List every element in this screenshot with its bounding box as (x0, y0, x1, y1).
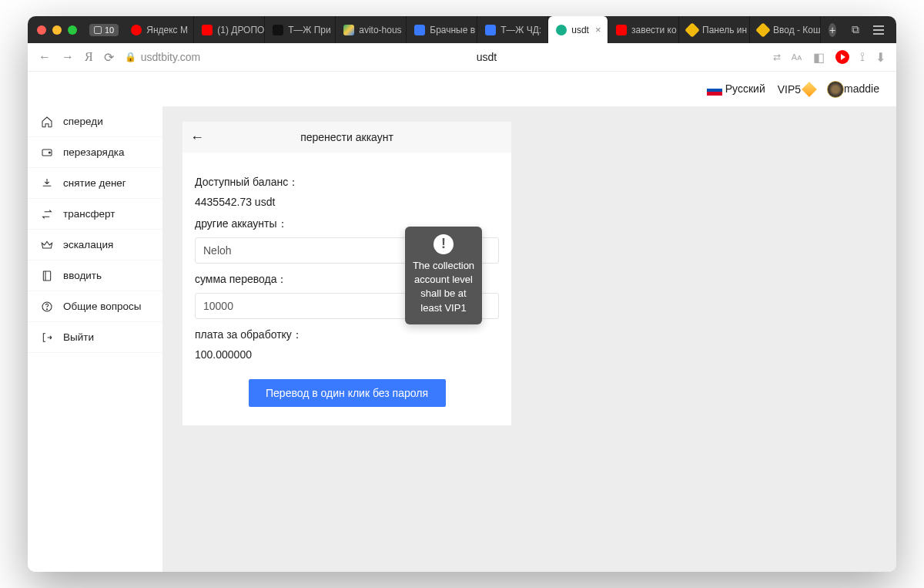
tab-count-value: 10 (105, 25, 114, 35)
tab-label: Т—Ж ЧД: (500, 25, 541, 35)
binance-icon (685, 22, 700, 38)
back-button[interactable]: ← (190, 129, 204, 146)
sidebar-item-logout[interactable]: Выйти (28, 322, 162, 353)
drive-icon (343, 25, 354, 35)
browser-tab-active[interactable]: usdt× (548, 16, 608, 43)
sidebar-item-label: снятие денег (63, 177, 126, 189)
url-field[interactable]: 🔒 usdtbity.com (125, 51, 201, 63)
pip-icon[interactable]: ⧉ (852, 23, 859, 36)
extension-icon[interactable]: ⟟ (860, 50, 865, 64)
card-header: ← перенести аккаунт (182, 122, 511, 153)
sidebar-item-label: Выйти (63, 331, 94, 343)
tab-label: usdt (571, 25, 589, 35)
browser-tab[interactable]: Яндекс М (123, 16, 194, 43)
browser-tab[interactable]: Панель ин (679, 16, 750, 43)
browser-tab[interactable]: avito-hous (336, 16, 407, 43)
page-title: usdt (211, 51, 762, 63)
tj-icon (273, 25, 283, 35)
close-window-button[interactable] (37, 25, 46, 35)
submit-transfer-button[interactable]: Перевод в один клик без пароля (249, 379, 446, 407)
language-selector[interactable]: Русский (707, 82, 765, 95)
video-play-icon[interactable] (835, 50, 849, 64)
content-area: ← перенести аккаунт Доступный баланс： 44… (162, 106, 896, 572)
username: maddie (844, 82, 879, 94)
tabbar-right-controls: ⧉ (844, 23, 892, 36)
tab-label: Панель ин (702, 25, 747, 35)
yandex-icon (131, 25, 142, 35)
reload-icon[interactable]: ⟳ (104, 50, 114, 65)
avatar (827, 81, 844, 98)
help-icon (40, 300, 54, 314)
sidebar-item-label: трансферт (63, 208, 115, 220)
forward-icon[interactable]: → (62, 50, 74, 64)
browser-tab[interactable]: (1) ДРОПО (194, 16, 265, 43)
tab-count-badge[interactable]: 10 (89, 24, 119, 36)
lock-icon: 🔒 (125, 52, 136, 62)
tab-label: завести ко (631, 25, 677, 35)
sidebar-item-transfer[interactable]: трансферт (28, 199, 162, 230)
site-header: Русский VIP5 maddie (28, 72, 896, 106)
sidebar-item-recharge[interactable]: перезарядка (28, 137, 162, 168)
maximize-window-button[interactable] (68, 25, 77, 35)
download-icon[interactable]: ⬇ (875, 50, 886, 65)
tab-label: avito-hous (359, 25, 401, 35)
fee-value: 100.000000 (195, 348, 499, 361)
diamond-icon (802, 82, 817, 97)
docs-icon (414, 25, 425, 35)
sidebar-item-label: спереди (63, 116, 103, 127)
svg-rect-2 (43, 271, 50, 281)
book-icon (40, 269, 54, 283)
vip-badge[interactable]: VIP5 (778, 83, 815, 96)
binance-icon (755, 22, 771, 38)
withdraw-icon (40, 176, 54, 190)
tab-label: Т—Ж При (288, 25, 330, 35)
close-tab-icon[interactable]: × (595, 24, 601, 35)
balance-value: 4435542.73 usdt (195, 196, 499, 208)
sidebar-item-label: перезарядка (63, 146, 125, 158)
browser-window: 10 Яндекс М (1) ДРОПО Т—Ж При avito-hous… (28, 16, 896, 572)
sidebar-item-faq[interactable]: Общие вопросы (28, 291, 162, 322)
sidebar-item-escalation[interactable]: эскалация (28, 230, 162, 260)
sidebar-item-home[interactable]: спереди (28, 106, 162, 137)
user-menu[interactable]: maddie (827, 81, 879, 98)
back-icon[interactable]: ← (38, 50, 51, 64)
crown-icon (40, 238, 54, 252)
card-title: перенести аккаунт (182, 131, 511, 143)
tab-label: (1) ДРОПО (217, 25, 264, 35)
sidebar-item-withdraw[interactable]: снятие денег (28, 168, 162, 199)
minimize-window-button[interactable] (52, 25, 62, 35)
browser-tabbar: 10 Яндекс М (1) ДРОПО Т—Ж При avito-hous… (28, 16, 896, 43)
browser-tab[interactable]: завести ко (608, 16, 679, 43)
transfer-icon (40, 207, 54, 221)
reader-icon[interactable]: Aᴀ (792, 52, 802, 62)
home-icon (40, 115, 54, 129)
vip-label: VIP5 (778, 83, 801, 96)
translate-icon[interactable]: ⇄ (773, 52, 781, 62)
toast-message: The collection account level shall be at… (411, 259, 476, 315)
sidebar-item-label: вводить (63, 270, 102, 281)
menu-icon[interactable] (873, 25, 884, 35)
youtube-icon (202, 25, 213, 35)
main-area: спереди перезарядка снятие денег трансфе… (28, 106, 896, 572)
browser-addressbar: ← → Я ⟳ 🔒 usdtbity.com usdt ⇄ Aᴀ ◧ ⟟ ⬇ (28, 43, 896, 72)
browser-tab[interactable]: Т—Ж При (265, 16, 336, 43)
window-controls (32, 25, 85, 35)
new-tab-button[interactable]: + (821, 16, 844, 43)
tab-label: Яндекс М (146, 25, 188, 35)
svg-point-5 (46, 308, 47, 309)
wallet-icon (40, 146, 54, 160)
sidebar: спереди перезарядка снятие денег трансфе… (28, 106, 162, 572)
sidebar-item-input[interactable]: вводить (28, 260, 162, 291)
address-right-controls: ⇄ Aᴀ ◧ ⟟ ⬇ (773, 50, 886, 65)
tabs-icon (94, 26, 102, 34)
url-text: usdtbity.com (141, 51, 201, 63)
browser-tab[interactable]: Ввод - Кош (750, 16, 821, 43)
error-toast: ! The collection account level shall be … (405, 227, 482, 324)
yandex-home-icon[interactable]: Я (85, 50, 93, 64)
svg-point-1 (49, 152, 50, 153)
sidebar-item-label: Общие вопросы (63, 301, 141, 312)
browser-tab[interactable]: Т—Ж ЧД: (477, 16, 548, 43)
yandex-icon (616, 25, 627, 35)
bookmark-icon[interactable]: ◧ (813, 50, 825, 65)
browser-tab[interactable]: Брачные в (407, 16, 477, 43)
